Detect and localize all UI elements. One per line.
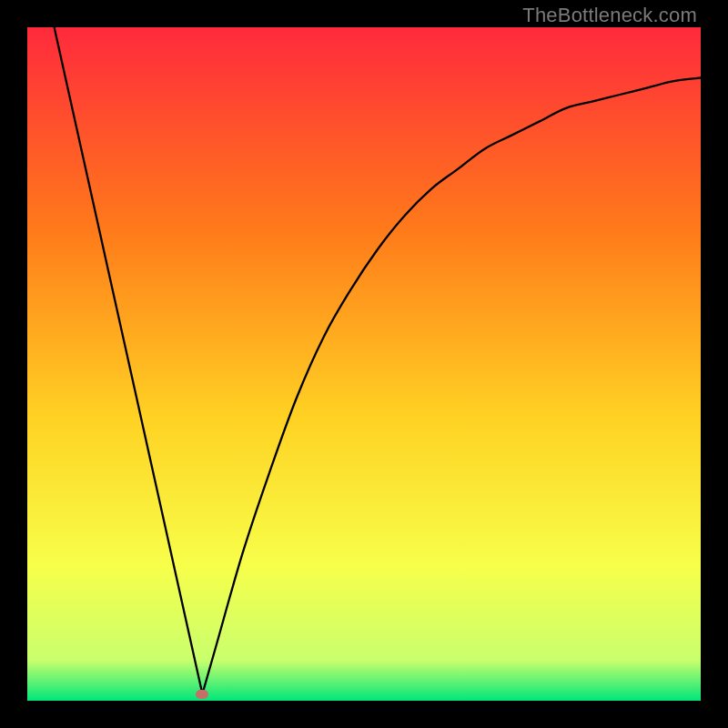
optimal-point-marker: [196, 690, 208, 699]
bottleneck-curve: [27, 27, 701, 701]
plot-area: [27, 27, 701, 701]
watermark-text: TheBottleneck.com: [522, 5, 697, 25]
chart-frame: TheBottleneck.com: [0, 0, 728, 728]
